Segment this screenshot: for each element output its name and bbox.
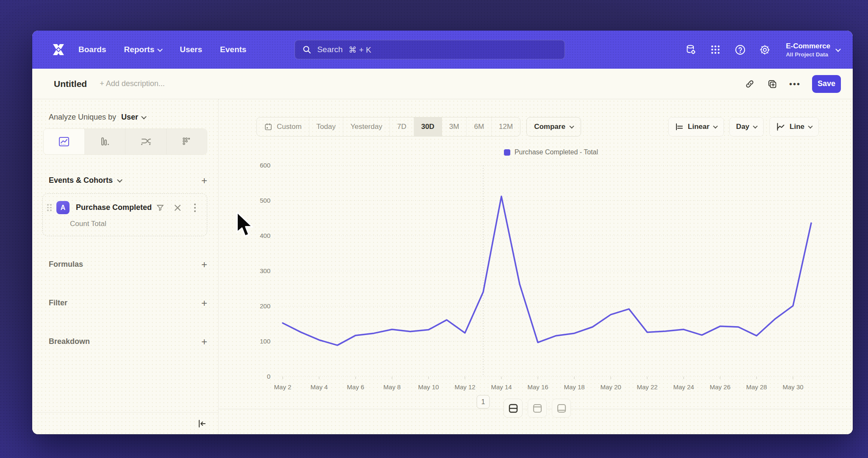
- nav-item-events[interactable]: Events: [220, 45, 246, 54]
- svg-text:300: 300: [260, 267, 270, 274]
- settings-gear-icon[interactable]: [759, 44, 771, 56]
- line-chart[interactable]: 0100200300400500600May 2May 4May 6May 8M…: [219, 161, 846, 414]
- copy-link-icon[interactable]: [744, 78, 755, 89]
- mixpanel-logo[interactable]: [49, 40, 68, 59]
- scale-label: Linear: [688, 123, 709, 131]
- events-cohorts-header[interactable]: Events & Cohorts +: [49, 176, 207, 185]
- svg-text:May 8: May 8: [384, 383, 401, 391]
- svg-text:100: 100: [260, 338, 270, 345]
- row-label: Formulas: [49, 260, 83, 269]
- range-custom[interactable]: Custom: [257, 117, 309, 136]
- layout-top-icon[interactable]: [528, 399, 547, 418]
- add-formula-button[interactable]: +: [201, 260, 207, 269]
- bar-chart-icon: [98, 135, 111, 148]
- chevron-down-icon: [157, 46, 163, 52]
- range-12m[interactable]: 12M: [492, 117, 520, 136]
- nav-item-label: Boards: [78, 45, 106, 54]
- nav-right: E-Commerce All Project Data: [685, 42, 840, 58]
- search-input[interactable]: Search ⌘ + K: [295, 40, 565, 59]
- save-button[interactable]: Save: [812, 75, 841, 93]
- data-settings-icon[interactable]: [685, 44, 697, 56]
- line-chart-icon: [58, 135, 70, 148]
- range-3m[interactable]: 3M: [442, 117, 467, 136]
- interval-selector[interactable]: Day: [729, 117, 764, 137]
- remove-event-icon[interactable]: [173, 204, 182, 212]
- chart-legend: Purchase Completed - Total: [280, 148, 822, 156]
- tab-insights-line[interactable]: [44, 129, 85, 154]
- svg-text:May 6: May 6: [347, 383, 364, 391]
- report-actions: ••• Save: [744, 75, 841, 93]
- tab-retention[interactable]: [167, 129, 207, 154]
- event-card[interactable]: A Purchase Completed: [42, 193, 207, 236]
- range-6m[interactable]: 6M: [467, 117, 492, 136]
- nav-item-boards[interactable]: Boards: [78, 45, 106, 54]
- add-description-field[interactable]: + Add description...: [100, 79, 165, 88]
- svg-text:May 28: May 28: [746, 383, 767, 391]
- tab-bar-chart[interactable]: [85, 129, 126, 154]
- event-name[interactable]: Purchase Completed: [76, 203, 156, 212]
- legend-label: Purchase Completed - Total: [515, 148, 598, 156]
- sidebar-row-breakdown[interactable]: Breakdown +: [49, 337, 207, 346]
- duplicate-icon[interactable]: [767, 78, 778, 89]
- svg-text:May 10: May 10: [418, 383, 439, 391]
- range-today[interactable]: Today: [309, 117, 343, 136]
- range-label: Custom: [277, 123, 302, 131]
- svg-text:May 2: May 2: [274, 383, 292, 391]
- row-label: Filter: [49, 299, 67, 307]
- report-header: Untitled + Add description... ••• Save: [32, 69, 853, 99]
- app-window: Boards Reports Users Events Search ⌘ + K: [32, 31, 853, 434]
- retention-dots-icon: [180, 135, 193, 148]
- kebab-menu-icon[interactable]: [191, 204, 199, 212]
- add-event-button[interactable]: +: [201, 176, 207, 185]
- apps-grid-icon[interactable]: [709, 44, 721, 56]
- search-icon: [303, 45, 311, 54]
- scale-selector[interactable]: Linear: [668, 117, 724, 137]
- range-yesterday[interactable]: Yesterday: [343, 117, 390, 136]
- project-text: E-Commerce All Project Data: [786, 42, 830, 58]
- add-breakdown-button[interactable]: +: [201, 338, 207, 346]
- sidebar-row-formulas[interactable]: Formulas +: [49, 260, 207, 269]
- top-nav-bar: Boards Reports Users Events Search ⌘ + K: [32, 31, 853, 69]
- more-options-button[interactable]: •••: [789, 82, 801, 86]
- collapse-sidebar-icon[interactable]: [197, 419, 207, 429]
- svg-text:400: 400: [260, 232, 270, 239]
- analyze-label: Analyze Uniques by: [49, 113, 116, 122]
- layout-split-icon[interactable]: [504, 399, 523, 418]
- help-icon[interactable]: [734, 44, 746, 56]
- range-label: 12M: [499, 123, 513, 131]
- project-subtitle: All Project Data: [786, 51, 830, 58]
- analyze-value-dropdown[interactable]: User: [121, 113, 146, 122]
- event-badge[interactable]: A: [56, 201, 70, 214]
- project-switcher[interactable]: E-Commerce All Project Data: [786, 42, 840, 58]
- event-measurement[interactable]: Count Total: [70, 220, 199, 228]
- chevron-down-icon: [835, 46, 841, 52]
- nav-item-users[interactable]: Users: [180, 45, 202, 54]
- filter-funnel-icon[interactable]: [156, 204, 164, 212]
- compare-button[interactable]: Compare: [526, 117, 581, 137]
- tab-flows[interactable]: [125, 129, 167, 154]
- nav-item-label: Events: [220, 45, 246, 54]
- range-7d[interactable]: 7D: [390, 117, 414, 136]
- range-label: Yesterday: [351, 123, 382, 131]
- analyze-row: Analyze Uniques by User: [49, 113, 206, 122]
- svg-text:600: 600: [260, 162, 270, 169]
- svg-text:May 24: May 24: [673, 383, 694, 391]
- range-30d[interactable]: 30D: [414, 117, 442, 136]
- svg-text:May 20: May 20: [600, 383, 621, 391]
- project-name: E-Commerce: [786, 42, 830, 50]
- drag-handle-icon[interactable]: [47, 204, 53, 211]
- range-label: 30D: [421, 123, 434, 131]
- nav-item-label: Reports: [124, 45, 154, 54]
- chart-type-selector[interactable]: Line: [769, 117, 819, 137]
- sidebar-row-filter[interactable]: Filter +: [49, 299, 207, 307]
- interval-label: Day: [736, 123, 749, 131]
- sidebar-collapse-bar: [32, 412, 218, 434]
- row-label: Breakdown: [49, 337, 90, 346]
- nav-item-reports[interactable]: Reports: [124, 45, 162, 54]
- mixpanel-logo-icon: [50, 41, 67, 58]
- add-filter-button[interactable]: +: [201, 299, 207, 307]
- line-chart-icon: [776, 122, 785, 131]
- layout-bottom-icon[interactable]: [552, 399, 571, 418]
- chart-panel: Custom Today Yesterday 7D 30D 3M 6M 12M …: [219, 99, 853, 434]
- report-title[interactable]: Untitled: [54, 79, 87, 89]
